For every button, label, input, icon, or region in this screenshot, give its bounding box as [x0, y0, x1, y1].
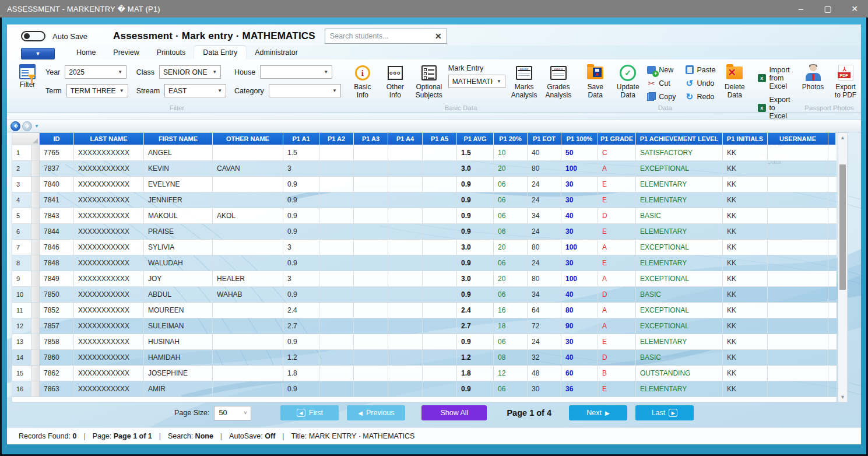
cell-p1-a3[interactable]: [354, 334, 388, 349]
column-header-p1-achievement-level[interactable]: P1 ACHIEVEMENT LEVEL: [636, 133, 723, 145]
cell-p1-grade[interactable]: D: [598, 208, 636, 223]
cell-p1-20-[interactable]: 16: [494, 303, 528, 318]
cell-p1-a1[interactable]: 0.9: [283, 287, 319, 302]
row-indicator[interactable]: [31, 208, 40, 223]
scrollbar-thumb[interactable]: [839, 164, 846, 290]
cell-last-name[interactable]: XXXXXXXXXXX: [74, 240, 144, 255]
cell-p1-grade[interactable]: D: [598, 350, 636, 365]
cell-p1-a3[interactable]: [354, 271, 388, 286]
cell-p1-100-[interactable]: 40: [561, 208, 598, 223]
cell-other-name[interactable]: [213, 334, 283, 349]
cell-other-name[interactable]: [213, 192, 283, 208]
cell-p1-a4[interactable]: [388, 350, 423, 365]
cell-p1-a1[interactable]: 0.9: [283, 192, 319, 208]
cell-other-name[interactable]: [213, 255, 283, 271]
cell-id[interactable]: 7860: [40, 350, 74, 365]
cell-p1-a5[interactable]: [423, 255, 457, 271]
stream-dropdown[interactable]: EAST ▼: [164, 84, 226, 97]
cell-other-name[interactable]: [213, 318, 283, 334]
cell-p1-a4[interactable]: [388, 271, 423, 286]
table-row[interactable]: 27837XXXXXXXXXXXKEVINCAVAN33.02080100AEX…: [12, 161, 837, 177]
cell-p1-achievement-level[interactable]: OUTSTANDING: [636, 366, 723, 381]
cell-id[interactable]: 7846: [40, 240, 74, 255]
vertical-scrollbar[interactable]: ▲ ▼: [838, 132, 848, 402]
cell-p1-achievement-level[interactable]: EXCEPTIONAL: [636, 303, 723, 318]
cell-p1-avg[interactable]: 2.7: [457, 318, 494, 334]
cell-p1-20-[interactable]: 20: [494, 240, 528, 255]
cell-p1-initials[interactable]: KK: [723, 240, 768, 255]
cell-p1-initials[interactable]: KK: [723, 161, 768, 176]
cell-p1-a3[interactable]: [354, 240, 388, 255]
cell-p1-a4[interactable]: [388, 208, 423, 223]
class-dropdown[interactable]: SENIOR ONE ▼: [159, 65, 221, 79]
cell-p1-a1[interactable]: 1.2: [283, 350, 319, 365]
column-header-p1-a5[interactable]: P1 A5: [423, 133, 457, 145]
cell-p1-avg[interactable]: 0.9: [457, 192, 494, 208]
cell-last-name[interactable]: XXXXXXXXXXX: [74, 350, 144, 365]
cell-p1-grade[interactable]: A: [598, 240, 636, 255]
cell-p1-eot[interactable]: 24: [528, 177, 561, 192]
row-indicator[interactable]: [31, 334, 40, 349]
cell-p1-grade[interactable]: D: [598, 287, 636, 302]
cell-p1-a5[interactable]: [423, 177, 457, 192]
cell-p1-avg[interactable]: 3.0: [457, 161, 494, 176]
cell-p1-20-[interactable]: 06: [494, 287, 528, 302]
cell-p1-a4[interactable]: [388, 224, 423, 239]
cell-p1-a1[interactable]: 1.8: [283, 366, 319, 381]
cell-other-name[interactable]: WAHAB: [213, 287, 283, 302]
cell-first-name[interactable]: JOSEPHINE: [144, 366, 213, 381]
cell-p1-20-[interactable]: 12: [494, 366, 528, 381]
cell-p1-a1[interactable]: 0.9: [283, 334, 319, 349]
row-indicator[interactable]: [31, 240, 40, 255]
cell-p1-a2[interactable]: [319, 255, 354, 271]
cell-p1-achievement-level[interactable]: EXCEPTIONAL: [636, 161, 723, 176]
table-row[interactable]: 57843XXXXXXXXXXXMAKOULAKOL0.90.9063440DB…: [12, 208, 837, 224]
cell-p1-eot[interactable]: 32: [528, 350, 561, 365]
cell-p1-20-[interactable]: 06: [494, 381, 528, 397]
cell-p1-a5[interactable]: [423, 366, 457, 381]
cell-p1-20-[interactable]: 08: [494, 350, 528, 365]
column-header-last-name[interactable]: LAST NAME: [74, 133, 144, 145]
cell-p1-initials[interactable]: KK: [723, 192, 768, 208]
cell-first-name[interactable]: SYLIVIA: [144, 240, 213, 255]
cell-p1-eot[interactable]: 24: [528, 192, 561, 208]
tab-home[interactable]: Home: [68, 46, 104, 59]
table-row[interactable]: 107850XXXXXXXXXXXABDULWAHAB0.90.9063440D…: [12, 287, 837, 303]
cell-p1-a2[interactable]: [319, 145, 354, 160]
cell-id[interactable]: 7843: [40, 208, 74, 223]
cell-last-name[interactable]: XXXXXXXXXXX: [74, 334, 144, 349]
cell-p1-eot[interactable]: 34: [528, 287, 561, 302]
cell-p1-avg[interactable]: 1.2: [457, 350, 494, 365]
cell-p1-a3[interactable]: [354, 381, 388, 397]
cell-p1-100-[interactable]: 36: [561, 381, 598, 397]
cell-id[interactable]: 7850: [40, 287, 74, 302]
cell-username[interactable]: [768, 303, 828, 318]
cell-p1-a1[interactable]: 2.7: [283, 318, 319, 334]
cell-p1-achievement-level[interactable]: ELEMENTARY: [636, 192, 723, 208]
cell-last-name[interactable]: XXXXXXXXXXX: [74, 161, 144, 176]
app-menu-button[interactable]: ▼: [21, 48, 55, 59]
cell-p1-initials[interactable]: KK: [723, 350, 768, 365]
scroll-up-icon[interactable]: ▲: [838, 133, 847, 142]
table-row[interactable]: 167863XXXXXXXXXXXAMIR0.90.9063036EELEMEN…: [12, 381, 837, 397]
cell-p1-a3[interactable]: [354, 177, 388, 192]
cell-p1-achievement-level[interactable]: ELEMENTARY: [636, 381, 723, 397]
cell-p1-avg[interactable]: 0.9: [457, 255, 494, 271]
photos-button[interactable]: Photos: [799, 63, 828, 93]
cell-p1-a1[interactable]: 3: [283, 271, 319, 286]
show-all-button[interactable]: Show All: [421, 405, 487, 420]
cell-p1-20-[interactable]: 10: [494, 145, 528, 160]
marks-analysis-button[interactable]: oooo Marks Analysis: [509, 63, 540, 101]
cell-p1-a4[interactable]: [388, 177, 423, 192]
cell-p1-initials[interactable]: KK: [723, 334, 768, 349]
cell-p1-a3[interactable]: [354, 350, 388, 365]
passport-export-pdf-button[interactable]: ⅄PDF Export to PDF: [831, 63, 860, 101]
cell-p1-achievement-level[interactable]: ELEMENTARY: [636, 177, 723, 192]
cell-p1-a4[interactable]: [388, 240, 423, 255]
cell-first-name[interactable]: MOUREEN: [144, 303, 213, 318]
cell-p1-100-[interactable]: 30: [561, 177, 598, 192]
cell-p1-a2[interactable]: [319, 224, 354, 239]
table-row[interactable]: 127857XXXXXXXXXXXSULEIMAN2.72.7187290AEX…: [12, 318, 837, 334]
cell-first-name[interactable]: JOY: [144, 271, 213, 286]
cell-first-name[interactable]: MAKOUL: [144, 208, 213, 223]
